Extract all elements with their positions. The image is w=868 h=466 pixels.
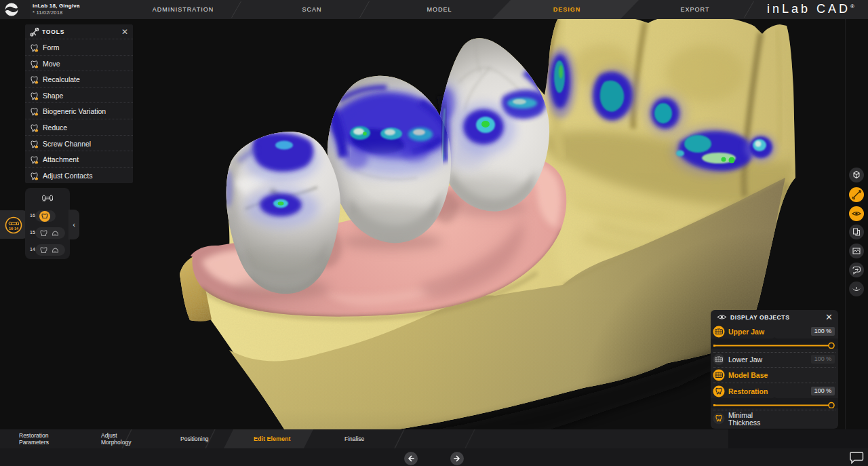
- svg-text:16-14: 16-14: [9, 227, 19, 231]
